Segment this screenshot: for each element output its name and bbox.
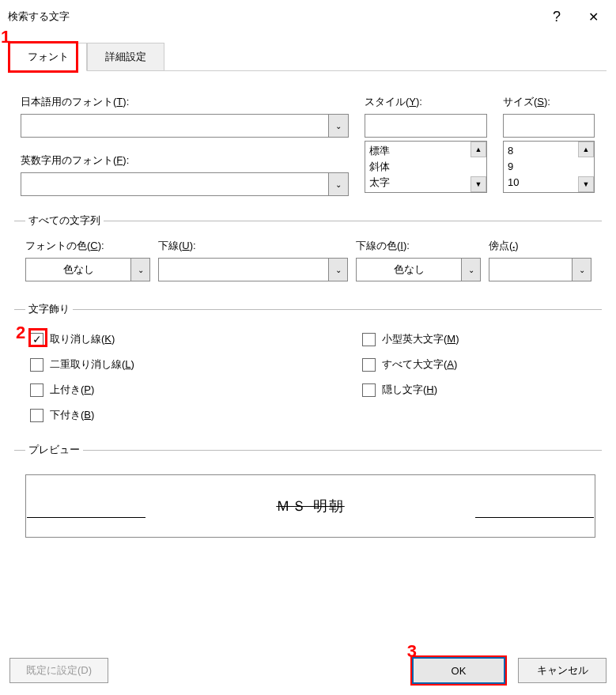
list-item[interactable]: 太字	[369, 175, 468, 191]
style-label: スタイル(Y):	[365, 95, 487, 109]
superscript-label: 上付き(P)	[50, 383, 94, 397]
style-input[interactable]	[365, 114, 487, 138]
preview-baseline-left	[27, 517, 145, 518]
checkbox-icon-checked: ✓	[30, 333, 43, 346]
preview-baseline-right	[475, 517, 594, 518]
double-strike-checkbox[interactable]: 二重取り消し線(L)	[30, 357, 267, 372]
dropdown-button[interactable]: ⌄	[130, 259, 149, 281]
dropdown-button[interactable]: ⌄	[461, 259, 480, 281]
annotation-2: 2	[16, 323, 25, 343]
chevron-down-icon: ⌄	[335, 122, 342, 130]
set-default-button: 既定に設定(D)	[9, 658, 108, 683]
chevron-down-icon: ⌄	[335, 180, 342, 189]
hidden-checkbox[interactable]: 隠し文字(H)	[362, 383, 459, 397]
latin-font-label: 英数字用のフォント(F):	[21, 153, 349, 168]
strike-checkbox[interactable]: ✓ 取り消し線(K)	[30, 332, 267, 346]
scroll-up-button[interactable]: ▲	[471, 142, 486, 157]
smallcaps-checkbox[interactable]: 小型英大文字(M)	[362, 332, 459, 346]
list-item[interactable]: 標準	[369, 143, 468, 159]
strike-label: 取り消し線(K)	[50, 332, 115, 346]
superscript-checkbox[interactable]: 上付き(P)	[30, 383, 267, 397]
checkbox-icon	[362, 383, 376, 397]
close-icon[interactable]: ✕	[575, 0, 611, 33]
hidden-label: 隠し文字(H)	[382, 383, 437, 397]
all-text-legend: すべての文字列	[25, 213, 104, 228]
latin-font-combo[interactable]: ⌄	[21, 172, 349, 196]
preview-legend: プレビュー	[25, 443, 83, 457]
checkbox-icon	[30, 383, 43, 397]
jp-font-label: 日本語用のフォント(T):	[21, 95, 349, 109]
chevron-down-icon: ⌄	[579, 266, 585, 274]
emphasis-combo[interactable]: ⌄	[489, 258, 591, 281]
font-color-combo[interactable]: 色なし ⌄	[25, 258, 150, 281]
underline-color-value: 色なし	[357, 259, 461, 281]
cancel-button[interactable]: キャンセル	[518, 658, 607, 683]
emphasis-value	[489, 259, 572, 281]
chevron-down-icon: ⌄	[468, 266, 474, 274]
annotation-3-box: OK	[410, 655, 507, 686]
list-item[interactable]: 10	[508, 175, 576, 191]
size-input[interactable]	[503, 114, 595, 138]
font-color-label: フォントの色(C):	[25, 239, 150, 253]
tab-font[interactable]: フォント	[9, 43, 87, 71]
list-item[interactable]: 8	[508, 143, 576, 159]
checkbox-icon	[362, 358, 376, 372]
style-listbox[interactable]: 標準 斜体 太字 ▲ ▼	[365, 141, 487, 193]
allcaps-checkbox[interactable]: すべて大文字(A)	[362, 357, 459, 372]
font-color-value: 色なし	[26, 259, 130, 281]
list-item[interactable]: 斜体	[369, 159, 468, 175]
latin-font-dropdown-button[interactable]: ⌄	[328, 172, 349, 196]
dialog-title: 検索する文字	[8, 9, 539, 24]
size-listbox[interactable]: 8 9 10 ▲ ▼	[503, 141, 595, 193]
underline-value	[159, 259, 328, 281]
help-icon[interactable]: ?	[539, 0, 575, 33]
dropdown-button[interactable]: ⌄	[328, 259, 347, 281]
underline-combo[interactable]: ⌄	[158, 258, 348, 281]
decorations-legend: 文字飾り	[25, 302, 73, 316]
jp-font-combo[interactable]: ⌄	[21, 114, 349, 138]
subscript-checkbox[interactable]: 下付き(B)	[30, 408, 267, 422]
scroll-up-button[interactable]: ▲	[578, 142, 594, 157]
preview-box: ＭＳ 明朝	[25, 474, 595, 538]
allcaps-label: すべて大文字(A)	[382, 357, 457, 372]
dropdown-button[interactable]: ⌄	[572, 259, 591, 281]
smallcaps-label: 小型英大文字(M)	[382, 332, 459, 346]
latin-font-input[interactable]	[21, 172, 328, 196]
checkbox-icon	[30, 409, 43, 422]
size-label: サイズ(S):	[503, 95, 595, 109]
underline-color-label: 下線の色(I):	[356, 239, 481, 253]
jp-font-input[interactable]	[21, 114, 328, 138]
subscript-label: 下付き(B)	[50, 408, 94, 422]
tab-advanced[interactable]: 詳細設定	[87, 43, 164, 71]
checkbox-icon	[362, 333, 376, 346]
chevron-down-icon: ⌄	[138, 266, 144, 274]
underline-label: 下線(U):	[158, 239, 348, 253]
preview-text: ＭＳ 明朝	[276, 497, 345, 516]
scroll-down-button[interactable]: ▼	[578, 176, 594, 192]
double-strike-label: 二重取り消し線(L)	[50, 357, 134, 372]
list-item[interactable]: 9	[508, 159, 576, 175]
emphasis-label: 傍点(•)	[489, 239, 591, 253]
scroll-down-button[interactable]: ▼	[471, 176, 486, 192]
chevron-down-icon: ⌄	[335, 266, 342, 274]
checkbox-icon	[30, 358, 43, 372]
ok-button[interactable]: OK	[413, 658, 505, 683]
jp-font-dropdown-button[interactable]: ⌄	[328, 114, 349, 138]
underline-color-combo[interactable]: 色なし ⌄	[356, 258, 481, 281]
